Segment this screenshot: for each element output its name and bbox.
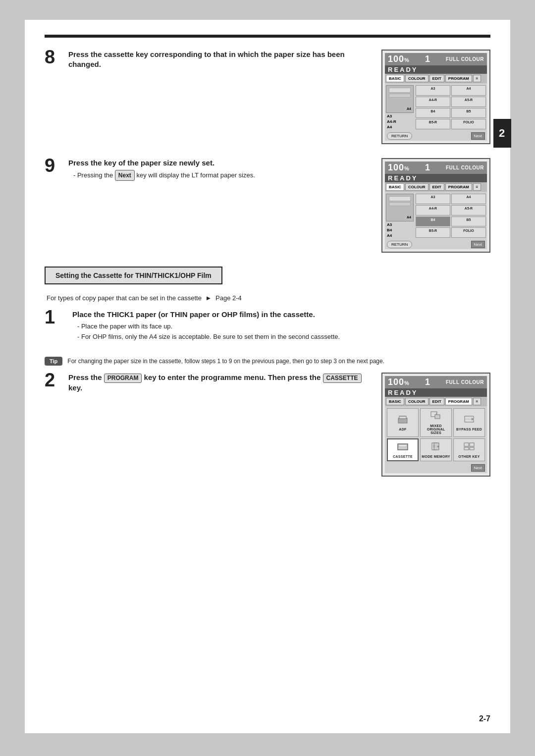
return-button-2[interactable]: RETURN [387, 241, 412, 248]
step-8-screen: 100% 1 FULL COLOUR READY BASIC COLOUR ED… [381, 50, 490, 144]
svg-rect-1 [399, 416, 406, 419]
section-step-1-content: Place the THICK1 paper (or THIN paper or… [72, 310, 490, 343]
screen-1-ready: READY [385, 65, 487, 74]
screen-3-body: ADF MIXEDORIGINAL SIZES [385, 406, 487, 463]
step-9-number: 9 [45, 156, 63, 253]
cassette-key[interactable]: CASSETTE [323, 374, 362, 383]
tab3-basic[interactable]: BASIC [386, 398, 404, 405]
tab2-basic[interactable]: BASIC [386, 183, 404, 191]
tab2-colour[interactable]: COLOUR [405, 183, 428, 191]
section-step-2-screen: 100% 1 FULL COLOUR READY BASIC COLOUR ED… [381, 373, 490, 477]
program-key[interactable]: PROGRAM [104, 374, 142, 383]
size2-folio[interactable]: FOLIO [451, 227, 486, 238]
step1-bullet-1: - Place the paper with its face up. [77, 322, 490, 331]
size-b5[interactable]: B5 [451, 108, 486, 118]
tab3-colour[interactable]: COLOUR [405, 398, 428, 405]
step-9-screen: 100% 1 FULL COLOUR READY BASIC COLOUR ED… [381, 158, 490, 253]
prog-btn-bypass[interactable]: BYPASS FEED [453, 408, 485, 437]
screen-3-count: 1 [425, 377, 430, 387]
size-a3[interactable]: A3 [416, 85, 450, 96]
size2-b5r[interactable]: B5-R [416, 227, 450, 238]
page-number: 2-7 [479, 714, 490, 723]
svg-rect-18 [470, 443, 474, 446]
screen-1-count: 1 [425, 54, 430, 64]
prog-btn-bypass-label: BYPASS FEED [456, 428, 482, 431]
step-8-title: Press the cassette key corresponding to … [68, 50, 373, 69]
next-button-3[interactable]: Next [471, 464, 485, 472]
section-step-1-body: - Place the paper with its face up. - Fo… [72, 322, 490, 342]
cassette-icon [397, 441, 408, 454]
svg-rect-17 [464, 443, 469, 446]
section-heading-wrap: Setting the Cassette for THIN/THICK1/OHP… [45, 267, 490, 289]
page: 2 8 Press the cassette key corresponding… [25, 20, 510, 733]
section-step-2-left: 2 Press the PROGRAM key to enter the pro… [45, 373, 373, 477]
chapter-tab: 2 [493, 119, 511, 148]
prog-btn-cassette-label: CASSETTE [393, 455, 413, 458]
screen-3-percent: 100 [388, 377, 404, 387]
size-a4[interactable]: A4 [451, 85, 486, 96]
return-button-1[interactable]: RETURN [387, 132, 412, 140]
prog-btn-mode-memory-label: MODE MEMORY [422, 455, 450, 458]
size2-a4r[interactable]: A4-R [416, 205, 450, 216]
screen-1-body: A4 A3 A4-R A4 A3 A4 A4-R A5-R B4 B5 [385, 83, 487, 131]
step-9-left: 9 Press the key of the paper size newly … [45, 158, 373, 253]
tab-edit[interactable]: EDIT [429, 75, 444, 82]
tab3-menu[interactable]: ≡ [473, 398, 482, 405]
size2-b4[interactable]: B4 [416, 216, 450, 227]
size-a4r[interactable]: A4-R [416, 97, 450, 107]
prog-btn-mixed-label: MIXEDORIGINAL SIZES [422, 424, 450, 434]
size2-a5r[interactable]: A5-R [451, 205, 486, 216]
step-8-content: Press the cassette key corresponding to … [68, 50, 373, 144]
screen-2-count: 1 [425, 162, 430, 173]
tip-text: For changing the paper size in the casse… [67, 357, 384, 366]
prog-btn-cassette[interactable]: CASSETTE [387, 438, 419, 461]
svg-rect-20 [470, 447, 474, 450]
next-key[interactable]: Next [115, 170, 135, 181]
tab-program[interactable]: PROGRAM [445, 75, 472, 82]
step-9: 9 Press the key of the paper size newly … [45, 158, 490, 253]
size-b4[interactable]: B4 [416, 108, 450, 118]
section-step-1: 1 Place the THICK1 paper (or THIN paper … [45, 310, 490, 343]
mixed-icon [430, 411, 441, 423]
step-9-title: Press the key of the paper size newly se… [68, 158, 373, 168]
adf-icon [397, 414, 408, 427]
screen-1: 100% 1 FULL COLOUR READY BASIC COLOUR ED… [381, 50, 490, 144]
size-folio[interactable]: FOLIO [451, 119, 486, 129]
tab2-program[interactable]: PROGRAM [445, 183, 472, 191]
next-button-1[interactable]: Next [471, 132, 485, 140]
screen-2-top: 100% 1 FULL COLOUR [385, 162, 487, 174]
mode-memory-icon [430, 441, 441, 454]
size-b5r[interactable]: B5-R [416, 119, 450, 129]
arrow-icon: ► [206, 294, 212, 302]
svg-rect-19 [464, 447, 469, 450]
section-step-2-content: Press the PROGRAM key to enter the progr… [68, 373, 373, 477]
tab3-program[interactable]: PROGRAM [445, 398, 472, 405]
size2-a4[interactable]: A4 [451, 194, 486, 204]
other-key-icon [464, 441, 475, 454]
section-step-1-number: 1 [45, 308, 63, 326]
prog-btn-adf-label: ADF [399, 428, 406, 431]
tip-box: Tip For changing the paper size in the c… [45, 357, 490, 366]
tab-menu[interactable]: ≡ [473, 75, 482, 82]
screen-3-bottom: Next [385, 463, 487, 473]
section-heading: Setting the Cassette for THIN/THICK1/OHP… [45, 267, 222, 284]
screen-3: 100% 1 FULL COLOUR READY BASIC COLOUR ED… [381, 373, 490, 477]
size2-b5[interactable]: B5 [451, 216, 486, 227]
tab-basic[interactable]: BASIC [386, 75, 404, 82]
size2-a3[interactable]: A3 [416, 194, 450, 204]
tab-colour[interactable]: COLOUR [405, 75, 428, 82]
prog-btn-mode-memory[interactable]: MODE MEMORY [420, 438, 452, 461]
bypass-icon [464, 414, 475, 427]
section-step-2-title: Press the PROGRAM key to enter the progr… [68, 373, 373, 393]
prog-btn-adf[interactable]: ADF [387, 408, 419, 437]
tab2-edit[interactable]: EDIT [429, 183, 444, 191]
screen-1-tabs: BASIC COLOUR EDIT PROGRAM ≡ [385, 74, 487, 83]
next-button-2[interactable]: Next [471, 241, 485, 248]
prog-btn-mixed[interactable]: MIXEDORIGINAL SIZES [420, 408, 452, 437]
tab2-menu[interactable]: ≡ [473, 183, 482, 191]
size-a5r[interactable]: A5-R [451, 97, 486, 107]
prog-btn-other-key[interactable]: OTHER KEY [453, 438, 485, 461]
screen-1-full-colour: FULL COLOUR [446, 56, 484, 62]
screen-2-tabs: BASIC COLOUR EDIT PROGRAM ≡ [385, 182, 487, 192]
tab3-edit[interactable]: EDIT [429, 398, 444, 405]
